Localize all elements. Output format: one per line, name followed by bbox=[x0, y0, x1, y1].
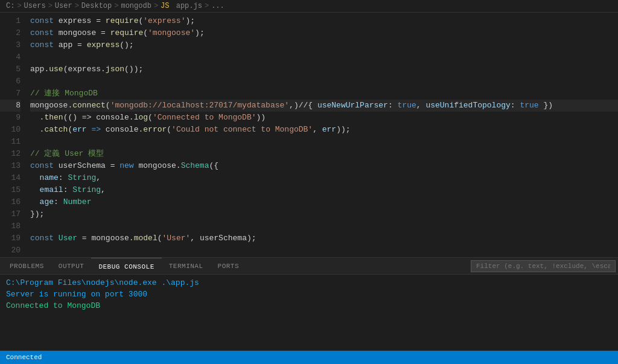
code-line-18 bbox=[30, 220, 618, 232]
bc-filename: app.js bbox=[172, 2, 202, 10]
code-line-8: mongoose.connect('mongodb://localhost:27… bbox=[30, 100, 618, 112]
code-line-6 bbox=[30, 75, 618, 88]
code-line-1: const express = require('express'); bbox=[30, 15, 618, 27]
line-numbers: 123456789101112131415161718192021222324 bbox=[0, 13, 25, 257]
code-line-3: const app = express(); bbox=[30, 39, 618, 51]
panel-tab-terminal[interactable]: TERMINAL bbox=[162, 258, 211, 275]
code-line-14: name: String, bbox=[30, 172, 618, 184]
panel-tabs: PROBLEMSOUTPUTDEBUG CONSOLETERMINALPORTS bbox=[0, 258, 618, 275]
editor-area: 123456789101112131415161718192021222324 … bbox=[0, 13, 618, 257]
code-line-13: const userSchema = new mongoose.Schema({ bbox=[30, 160, 618, 172]
bc-user: User bbox=[55, 2, 72, 10]
panel-tab-problems[interactable]: PROBLEMS bbox=[2, 258, 51, 275]
terminal-line: C:\Program Files\nodejs\node.exe .\app.j… bbox=[6, 277, 612, 289]
code-line-4 bbox=[30, 51, 618, 63]
code-line-19: const User = mongoose.model('User', user… bbox=[30, 232, 618, 244]
code-line-12: // 定義 User 模型 bbox=[30, 148, 618, 160]
code-line-5: app.use(express.json()); bbox=[30, 63, 618, 75]
panel-tab-output[interactable]: OUTPUT bbox=[51, 258, 92, 275]
panel-tab-ports[interactable]: PORTS bbox=[211, 258, 247, 275]
code-content[interactable]: const express = require('express');const… bbox=[25, 13, 618, 257]
bc-mongodb: mongodb bbox=[121, 2, 151, 10]
panel-tab-debug-console[interactable]: DEBUG CONSOLE bbox=[91, 258, 161, 275]
panel-bottom: PROBLEMSOUTPUTDEBUG CONSOLETERMINALPORTS… bbox=[0, 257, 618, 351]
bc-c: C: bbox=[6, 2, 14, 10]
bc-ellipsis: ... bbox=[211, 2, 225, 10]
bc-users: Users bbox=[24, 2, 46, 10]
code-line-11 bbox=[30, 136, 618, 148]
filter-input[interactable] bbox=[471, 260, 616, 272]
status-bar: Connected bbox=[0, 351, 618, 364]
code-line-16: age: Number bbox=[30, 196, 618, 208]
code-line-15: email: String, bbox=[30, 184, 618, 196]
code-line-7: // 連接 MongoDB bbox=[30, 88, 618, 100]
code-line-10: .catch(err => console.error('Could not c… bbox=[30, 124, 618, 136]
connected-label: Connected bbox=[6, 354, 42, 361]
code-line-9: .then(() => console.log('Connected to Mo… bbox=[30, 112, 618, 124]
terminal-line: Connected to MongoDB bbox=[6, 300, 612, 311]
code-line-2: const mongoose = require('mongoose'); bbox=[30, 27, 618, 39]
code-line-17: }); bbox=[30, 208, 618, 220]
bc-filetype: JS bbox=[161, 2, 169, 10]
code-line-20 bbox=[30, 244, 618, 257]
terminal-line: Server is running on port 3000 bbox=[6, 289, 612, 300]
terminal-output: C:\Program Files\nodejs\node.exe .\app.j… bbox=[0, 275, 618, 351]
bc-desktop: Desktop bbox=[81, 2, 112, 10]
status-connected: Connected bbox=[6, 354, 42, 361]
breadcrumb-bar: C: > Users > User > Desktop > mongodb > … bbox=[0, 0, 618, 13]
